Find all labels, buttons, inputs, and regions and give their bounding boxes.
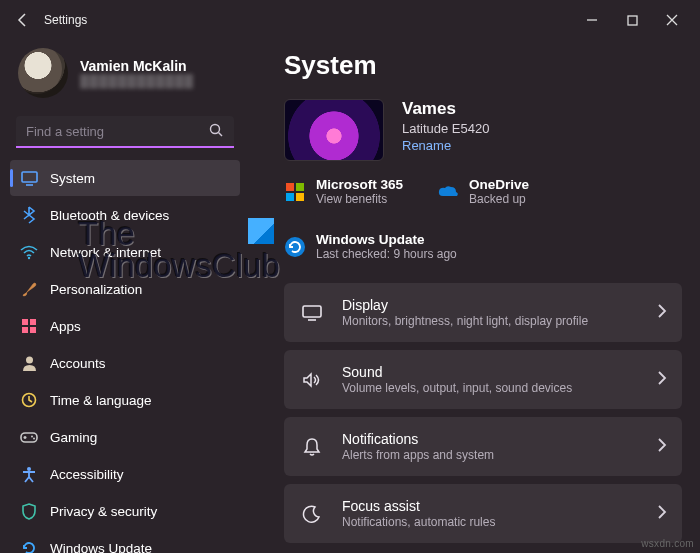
svg-point-2 xyxy=(211,125,220,134)
minimize-icon xyxy=(586,14,598,26)
status-row: Microsoft 365View benefitsOneDriveBacked… xyxy=(284,177,682,261)
svg-rect-10 xyxy=(30,327,36,333)
svg-rect-17 xyxy=(286,183,294,191)
card-sub: Notifications, automatic rules xyxy=(342,515,495,529)
card-sub: Monitors, brightness, night light, displ… xyxy=(342,314,588,328)
sidebar-item-label: Gaming xyxy=(50,430,97,445)
svg-rect-18 xyxy=(296,183,304,191)
sidebar-item-label: Accounts xyxy=(50,356,106,371)
chevron-right-icon xyxy=(657,304,666,322)
rename-link[interactable]: Rename xyxy=(402,138,451,153)
status-sub: View benefits xyxy=(316,192,403,206)
sidebar-item-windows-update[interactable]: Windows Update xyxy=(10,530,240,553)
window-controls xyxy=(572,5,692,35)
sidebar-item-accounts[interactable]: Accounts xyxy=(10,345,240,381)
accessibility-icon xyxy=(20,465,38,483)
maximize-button[interactable] xyxy=(612,5,652,35)
nav-list: SystemBluetooth & devicesNetwork & inter… xyxy=(10,160,240,553)
svg-point-6 xyxy=(28,257,30,259)
chevron-right-icon xyxy=(657,371,666,389)
microsoft365-icon xyxy=(284,181,306,203)
card-notifications[interactable]: NotificationsAlerts from apps and system xyxy=(284,417,682,476)
status-sub: Backed up xyxy=(469,192,529,206)
device-model: Latitude E5420 xyxy=(402,121,489,136)
user-email: ████████████ xyxy=(80,74,194,88)
sidebar-item-label: Windows Update xyxy=(50,541,152,554)
user-name: Vamien McKalin xyxy=(80,58,194,74)
shield-icon xyxy=(20,502,38,520)
minimize-button[interactable] xyxy=(572,5,612,35)
person-icon xyxy=(20,354,38,372)
monitor-icon xyxy=(20,169,38,187)
svg-point-15 xyxy=(33,438,35,440)
sidebar-item-apps[interactable]: Apps xyxy=(10,308,240,344)
device-name: Vames xyxy=(402,99,489,119)
gaming-icon xyxy=(20,428,38,446)
status-title: Windows Update xyxy=(316,232,457,247)
svg-rect-4 xyxy=(22,172,37,182)
card-title: Sound xyxy=(342,364,572,380)
status-onedrive[interactable]: OneDriveBacked up xyxy=(437,177,529,206)
svg-line-3 xyxy=(219,133,223,137)
card-focus-assist[interactable]: Focus assistNotifications, automatic rul… xyxy=(284,484,682,543)
card-title: Focus assist xyxy=(342,498,495,514)
sidebar-item-label: Time & language xyxy=(50,393,152,408)
sidebar: Vamien McKalin ████████████ SystemBlueto… xyxy=(0,40,250,553)
onedrive-icon xyxy=(437,181,459,203)
sound-icon xyxy=(300,368,324,392)
back-button[interactable] xyxy=(8,5,38,35)
svg-rect-7 xyxy=(22,319,28,325)
maximize-icon xyxy=(627,15,638,26)
sidebar-item-label: Personalization xyxy=(50,282,142,297)
search-icon xyxy=(209,123,224,142)
close-icon xyxy=(666,14,678,26)
avatar xyxy=(18,48,68,98)
settings-cards: DisplayMonitors, brightness, night light… xyxy=(284,283,682,543)
card-sound[interactable]: SoundVolume levels, output, input, sound… xyxy=(284,350,682,409)
sidebar-item-time-language[interactable]: Time & language xyxy=(10,382,240,418)
title-bar: Settings xyxy=(0,0,700,40)
svg-point-14 xyxy=(31,436,33,438)
status-microsoft-365[interactable]: Microsoft 365View benefits xyxy=(284,177,403,206)
close-button[interactable] xyxy=(652,5,692,35)
moon-icon xyxy=(300,502,324,526)
page-title: System xyxy=(284,50,682,81)
svg-rect-8 xyxy=(30,319,36,325)
sidebar-item-accessibility[interactable]: Accessibility xyxy=(10,456,240,492)
card-title: Display xyxy=(342,297,588,313)
card-display[interactable]: DisplayMonitors, brightness, night light… xyxy=(284,283,682,342)
card-title: Notifications xyxy=(342,431,494,447)
sidebar-item-personalization[interactable]: Personalization xyxy=(10,271,240,307)
source-footer: wsxdn.com xyxy=(641,538,694,549)
search-wrap xyxy=(16,116,234,148)
sidebar-item-label: Privacy & security xyxy=(50,504,157,519)
update-sync-icon xyxy=(284,236,306,258)
profile-block[interactable]: Vamien McKalin ████████████ xyxy=(10,40,240,112)
wifi-icon xyxy=(20,243,38,261)
bluetooth-icon xyxy=(20,206,38,224)
search-input[interactable] xyxy=(16,116,234,148)
sidebar-item-label: Network & internet xyxy=(50,245,161,260)
sidebar-item-system[interactable]: System xyxy=(10,160,240,196)
status-title: Microsoft 365 xyxy=(316,177,403,192)
svg-rect-20 xyxy=(296,193,304,201)
bell-icon xyxy=(300,435,324,459)
sidebar-item-label: Accessibility xyxy=(50,467,124,482)
status-windows-update[interactable]: Windows UpdateLast checked: 9 hours ago xyxy=(284,232,457,261)
window-title: Settings xyxy=(44,13,87,27)
status-title: OneDrive xyxy=(469,177,529,192)
chevron-right-icon xyxy=(657,438,666,456)
svg-rect-22 xyxy=(303,306,321,317)
update-icon xyxy=(20,539,38,553)
card-sub: Alerts from apps and system xyxy=(342,448,494,462)
sidebar-item-gaming[interactable]: Gaming xyxy=(10,419,240,455)
arrow-left-icon xyxy=(16,13,30,27)
sidebar-item-label: Bluetooth & devices xyxy=(50,208,169,223)
sidebar-item-privacy-security[interactable]: Privacy & security xyxy=(10,493,240,529)
brush-icon xyxy=(20,280,38,298)
svg-point-21 xyxy=(285,237,305,257)
sidebar-item-bluetooth-devices[interactable]: Bluetooth & devices xyxy=(10,197,240,233)
status-sub: Last checked: 9 hours ago xyxy=(316,247,457,261)
device-wallpaper xyxy=(284,99,384,161)
sidebar-item-network-internet[interactable]: Network & internet xyxy=(10,234,240,270)
